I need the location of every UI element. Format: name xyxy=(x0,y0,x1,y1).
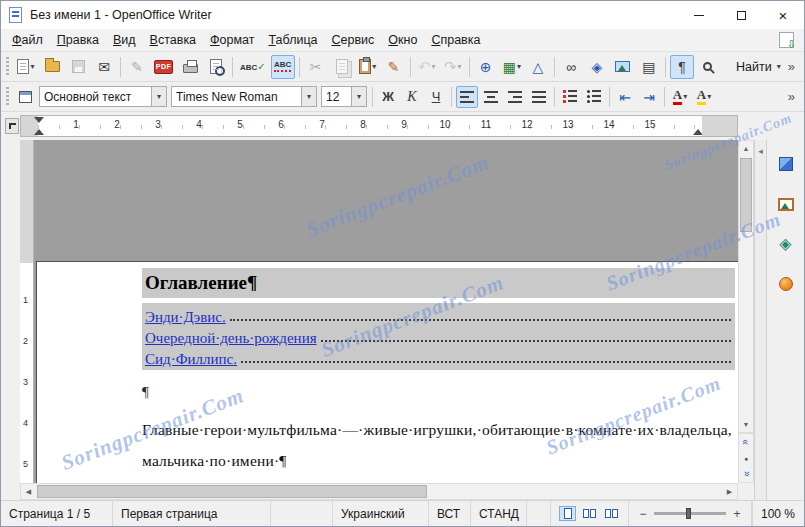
redo-button[interactable]: ↷▾ xyxy=(441,55,465,79)
toc-link[interactable]: Очередной·день·рождения xyxy=(145,330,317,347)
menu-table[interactable]: Таблица xyxy=(262,30,325,50)
toolbar-grip[interactable] xyxy=(6,87,9,107)
menu-help[interactable]: Справка xyxy=(424,30,487,50)
navigator-button[interactable]: ◈ xyxy=(585,55,609,79)
zoom-percentage[interactable]: 100 % xyxy=(752,501,804,526)
zoom-button[interactable] xyxy=(696,55,720,79)
menu-insert[interactable]: Вставка xyxy=(143,30,203,50)
edit-file-button[interactable]: ✎ xyxy=(125,55,149,79)
cut-button[interactable]: ✂ xyxy=(304,55,328,79)
next-page-button[interactable]: « xyxy=(738,467,754,481)
selection-mode-status[interactable]: СТАНД xyxy=(471,501,527,526)
font-color-button[interactable]: А▾ xyxy=(669,86,691,108)
tab-type-selector[interactable] xyxy=(5,118,19,134)
zoom-slider[interactable] xyxy=(654,512,726,515)
sidebar-styles-button[interactable] xyxy=(772,270,800,298)
scroll-down-button[interactable]: ▼ xyxy=(739,417,753,432)
horizontal-scrollbar[interactable]: ◀ ▶ xyxy=(20,483,738,500)
close-button[interactable]: × xyxy=(762,1,804,29)
horizontal-ruler[interactable]: 1 2 3 4 5 6 7 8 9 10 11 12 13 14 15 xyxy=(20,115,738,137)
styles-panel-button[interactable] xyxy=(14,86,36,108)
format-paintbrush-button[interactable]: ✎ xyxy=(382,55,406,79)
undo-button[interactable]: ↶▾ xyxy=(415,55,439,79)
toolbar-overflow-button[interactable]: » xyxy=(783,59,800,74)
numbered-list-button[interactable] xyxy=(559,86,581,108)
find-dropdown-icon[interactable]: ▾ xyxy=(777,62,781,71)
vertical-scrollbar[interactable]: ▲ ▼ xyxy=(738,140,754,433)
combobox-dropdown-icon[interactable]: ▾ xyxy=(301,87,316,106)
first-line-indent-marker[interactable] xyxy=(34,117,44,123)
data-sources-button[interactable]: ▤ xyxy=(637,55,661,79)
sidebar-navigator-button[interactable]: ◈ xyxy=(772,230,800,258)
zoom-out-button[interactable]: − xyxy=(637,507,649,521)
font-size-combobox[interactable]: 12 ▾ xyxy=(321,86,367,107)
font-name-combobox[interactable]: Times New Roman ▾ xyxy=(171,86,317,107)
single-page-view-button[interactable] xyxy=(559,506,576,521)
italic-button[interactable]: К xyxy=(401,86,423,108)
menu-tools[interactable]: Сервис xyxy=(325,30,382,50)
menu-view[interactable]: Вид xyxy=(106,30,143,50)
sidebar-splitter[interactable]: ◂ xyxy=(754,140,767,500)
navigation-dot-button[interactable]: ● xyxy=(739,450,753,466)
email-button[interactable]: ✉ xyxy=(92,55,116,79)
find-toolbar-label[interactable]: Найти xyxy=(732,60,776,74)
bold-button[interactable]: Ж xyxy=(377,86,399,108)
toolbar-grip[interactable] xyxy=(6,57,9,77)
menu-window[interactable]: Окно xyxy=(381,30,424,50)
scroll-up-button[interactable]: ▲ xyxy=(739,141,753,156)
copy-button[interactable] xyxy=(330,55,354,79)
insert-mode-status[interactable]: ВСТ xyxy=(429,501,471,526)
toolbar-overflow-button[interactable]: » xyxy=(783,89,800,104)
vertical-scrollbar-thumb[interactable] xyxy=(740,158,752,232)
autospellcheck-button[interactable]: ABC xyxy=(271,55,295,79)
minimize-button[interactable] xyxy=(678,1,720,29)
nonprinting-characters-button[interactable]: ¶ xyxy=(670,55,694,79)
draw-functions-button[interactable]: △ xyxy=(526,55,550,79)
underline-button[interactable]: Ч xyxy=(425,86,447,108)
page-number-status[interactable]: Страница 1 / 5 xyxy=(1,501,113,526)
bullet-list-button[interactable] xyxy=(583,86,605,108)
menu-file[interactable]: Файл xyxy=(5,30,50,50)
scroll-right-button[interactable]: ▶ xyxy=(722,484,737,499)
sidebar-gallery-button[interactable] xyxy=(772,190,800,218)
page-preview-button[interactable] xyxy=(204,55,228,79)
new-document-button[interactable]: ▾ xyxy=(14,55,38,79)
insert-table-button[interactable]: ▦▾ xyxy=(500,55,524,79)
menu-format[interactable]: Формат xyxy=(203,30,261,50)
book-view-button[interactable] xyxy=(603,506,620,521)
combobox-dropdown-icon[interactable]: ▾ xyxy=(151,87,166,106)
decrease-indent-button[interactable]: ⇤ xyxy=(614,86,636,108)
toc-link[interactable]: Сид·Филлипс. xyxy=(145,351,237,368)
save-button[interactable] xyxy=(66,55,90,79)
maximize-button[interactable] xyxy=(720,1,762,29)
print-button[interactable] xyxy=(178,55,202,79)
spellcheck-button[interactable]: ABC✓ xyxy=(237,55,269,79)
zoom-in-button[interactable]: + xyxy=(731,507,743,521)
align-center-button[interactable] xyxy=(480,86,502,108)
menu-edit[interactable]: Правка xyxy=(50,30,106,50)
previous-page-button[interactable]: « xyxy=(738,435,754,449)
sidebar-properties-button[interactable] xyxy=(772,150,800,178)
open-button[interactable] xyxy=(40,55,64,79)
document-page[interactable]: Оглавление¶ Энди·Дэвис. Очередной·день·р… xyxy=(36,261,738,483)
combobox-dropdown-icon[interactable]: ▾ xyxy=(351,87,366,106)
toc-link[interactable]: Энди·Дэвис. xyxy=(145,309,226,326)
left-indent-marker[interactable] xyxy=(34,129,44,135)
find-replace-button[interactable]: ∞ xyxy=(559,55,583,79)
align-left-button[interactable] xyxy=(456,86,478,108)
justify-button[interactable] xyxy=(528,86,550,108)
align-right-button[interactable] xyxy=(504,86,526,108)
paragraph-style-combobox[interactable]: Основной текст ▾ xyxy=(39,86,167,107)
export-pdf-button[interactable]: PDF xyxy=(151,55,176,79)
zoom-slider-thumb[interactable] xyxy=(686,508,691,519)
page-style-status[interactable]: Первая страница xyxy=(113,501,271,526)
multi-page-view-button[interactable] xyxy=(581,506,598,521)
hyperlink-button[interactable]: ⊕ xyxy=(474,55,498,79)
gallery-button[interactable] xyxy=(611,55,635,79)
update-notification-icon[interactable]: ⇩ xyxy=(779,32,794,48)
paste-button[interactable]: ▾ xyxy=(356,55,380,79)
scroll-left-button[interactable]: ◀ xyxy=(21,484,36,499)
horizontal-scrollbar-thumb[interactable] xyxy=(37,485,427,498)
vertical-ruler[interactable]: 1 2 3 4 5 xyxy=(20,140,34,483)
highlighting-button[interactable]: А▾ xyxy=(693,86,715,108)
